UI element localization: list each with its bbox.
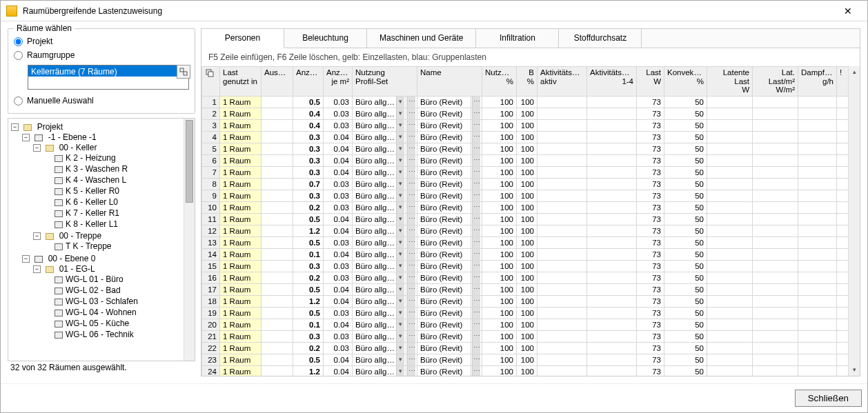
- row-number[interactable]: 13: [202, 236, 220, 248]
- cell-konvektion[interactable]: 50: [664, 190, 707, 201]
- table-row[interactable]: 101 Raum0.20.03Büro allgem...Büro (Revit…: [202, 201, 849, 213]
- cell-anzahl-jem2[interactable]: 0.03: [324, 260, 353, 272]
- cell-b-pct[interactable]: 100: [517, 213, 537, 225]
- cell-extra[interactable]: [837, 143, 848, 154]
- cell-last-genutzt[interactable]: 1 Raum: [220, 260, 262, 272]
- cell-last-genutzt[interactable]: 1 Raum: [220, 295, 262, 307]
- row-number[interactable]: 16: [202, 272, 220, 283]
- cell-nutzung-pct[interactable]: 100: [482, 166, 517, 178]
- cell-aktiv-aktiv[interactable]: [537, 96, 587, 108]
- cell-latente-w[interactable]: [707, 295, 753, 307]
- cell-anzahl-jem2[interactable]: 0.04: [324, 319, 353, 330]
- cell-auswahl[interactable]: [262, 260, 293, 272]
- cell-auswahl[interactable]: [262, 166, 293, 178]
- cell-profilset-browse[interactable]: [406, 119, 417, 131]
- cell-latente-w[interactable]: [707, 248, 753, 260]
- close-icon[interactable]: ✕: [834, 1, 862, 21]
- cell-latlast-wm2[interactable]: [753, 283, 798, 295]
- cell-nutzung-pct[interactable]: 100: [482, 131, 517, 143]
- cell-extra[interactable]: [837, 248, 848, 260]
- cell-konvektion[interactable]: 50: [664, 119, 707, 131]
- cell-name-browse[interactable]: [471, 260, 482, 272]
- cell-last-w[interactable]: 73: [637, 225, 664, 236]
- cell-last-genutzt[interactable]: 1 Raum: [220, 154, 262, 166]
- cell-last-genutzt[interactable]: 1 Raum: [220, 365, 262, 376]
- cell-b-pct[interactable]: 100: [517, 248, 537, 260]
- tree-room-item[interactable]: K 6 - Keller L0: [66, 197, 118, 207]
- tree-root[interactable]: Projekt: [37, 122, 63, 132]
- cell-aktiv-aktiv[interactable]: [537, 295, 587, 307]
- cell-profilset-browse[interactable]: [406, 236, 417, 248]
- cell-konvektion[interactable]: 50: [664, 108, 707, 119]
- cell-auswahl[interactable]: [262, 365, 293, 376]
- cell-name[interactable]: Büro (Revit): [417, 283, 471, 295]
- tree-room-item[interactable]: K 2 - Heizung: [66, 153, 116, 163]
- cell-konvektion[interactable]: 50: [664, 365, 707, 376]
- radio-projekt-input[interactable]: [14, 37, 23, 46]
- cell-anzahl[interactable]: 0.3: [293, 260, 324, 272]
- cell-extra[interactable]: [837, 307, 848, 319]
- cell-anzahl[interactable]: 1.2: [293, 225, 324, 236]
- cell-konvektion[interactable]: 50: [664, 213, 707, 225]
- row-number[interactable]: 7: [202, 166, 220, 178]
- row-number[interactable]: 11: [202, 213, 220, 225]
- cell-profilset[interactable]: Büro allgem...: [353, 365, 406, 376]
- cell-last-w[interactable]: 73: [637, 131, 664, 143]
- cell-aktiv-aktiv[interactable]: [537, 143, 587, 154]
- cell-profilset[interactable]: Büro allgem...: [353, 96, 406, 108]
- row-number[interactable]: 21: [202, 330, 220, 342]
- cell-name-browse[interactable]: [471, 236, 482, 248]
- cell-b-pct[interactable]: 100: [517, 154, 537, 166]
- cell-profilset[interactable]: Büro allgem...: [353, 248, 406, 260]
- cell-konvektion[interactable]: 50: [664, 225, 707, 236]
- tree-toggle[interactable]: −: [33, 144, 41, 152]
- cell-nutzung-pct[interactable]: 100: [482, 236, 517, 248]
- cell-profilset-browse[interactable]: [406, 365, 417, 376]
- tree-ebene0[interactable]: 00 - Ebene 0: [48, 254, 96, 263]
- cell-name[interactable]: Büro (Revit): [417, 154, 471, 166]
- cell-last-w[interactable]: 73: [637, 201, 664, 213]
- cell-last-genutzt[interactable]: 1 Raum: [220, 143, 262, 154]
- cell-extra[interactable]: [837, 330, 848, 342]
- cell-aktiv-aktiv[interactable]: [537, 166, 587, 178]
- cell-konvektion[interactable]: 50: [664, 131, 707, 143]
- cell-last-genutzt[interactable]: 1 Raum: [220, 225, 262, 236]
- tree-scrollbar-thumb[interactable]: [186, 120, 193, 203]
- cell-last-w[interactable]: 73: [637, 330, 664, 342]
- cell-name-browse[interactable]: [471, 178, 482, 190]
- cell-auswahl[interactable]: [262, 354, 293, 365]
- cell-auswahl[interactable]: [262, 213, 293, 225]
- row-number[interactable]: 12: [202, 225, 220, 236]
- cell-last-genutzt[interactable]: 1 Raum: [220, 236, 262, 248]
- cell-profilset[interactable]: Büro allgem...: [353, 295, 406, 307]
- cell-extra[interactable]: [837, 342, 848, 354]
- cell-aktiv-14[interactable]: [587, 342, 637, 354]
- cell-b-pct[interactable]: 100: [517, 236, 537, 248]
- tree-room-item[interactable]: T K - Treppe: [66, 241, 111, 251]
- cell-profilset-browse[interactable]: [406, 213, 417, 225]
- tab-infiltration[interactable]: Infiltration: [476, 29, 559, 48]
- cell-aktiv-14[interactable]: [587, 330, 637, 342]
- cell-name[interactable]: Büro (Revit): [417, 166, 471, 178]
- row-number[interactable]: 19: [202, 307, 220, 319]
- cell-name-browse[interactable]: [471, 342, 482, 354]
- table-row[interactable]: 121 Raum1.20.04Büro allgem...Büro (Revit…: [202, 225, 849, 236]
- cell-name-browse[interactable]: [471, 307, 482, 319]
- row-number[interactable]: 3: [202, 119, 220, 131]
- cell-aktiv-aktiv[interactable]: [537, 154, 587, 166]
- table-row[interactable]: 131 Raum0.50.03Büro allgem...Büro (Revit…: [202, 236, 849, 248]
- cell-profilset-browse[interactable]: [406, 225, 417, 236]
- cell-latlast-wm2[interactable]: [753, 119, 798, 131]
- cell-konvektion[interactable]: 50: [664, 319, 707, 330]
- cell-latlast-wm2[interactable]: [753, 131, 798, 143]
- table-row[interactable]: 51 Raum0.30.04Büro allgem...Büro (Revit)…: [202, 143, 849, 154]
- cell-anzahl-jem2[interactable]: 0.03: [324, 330, 353, 342]
- cell-profilset[interactable]: Büro allgem...: [353, 283, 406, 295]
- cell-aktiv-14[interactable]: [587, 225, 637, 236]
- row-number[interactable]: 10: [202, 201, 220, 213]
- cell-b-pct[interactable]: 100: [517, 295, 537, 307]
- cell-extra[interactable]: [837, 108, 848, 119]
- cell-b-pct[interactable]: 100: [517, 225, 537, 236]
- cell-extra[interactable]: [837, 295, 848, 307]
- cell-latente-w[interactable]: [707, 272, 753, 283]
